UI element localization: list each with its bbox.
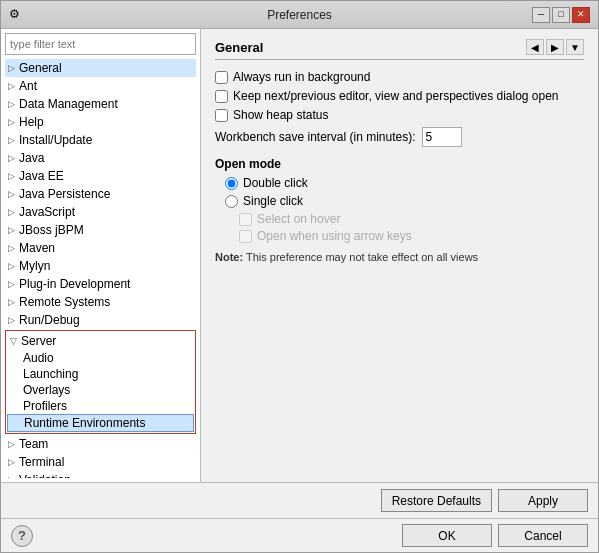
arrow-down-icon: ▽: [7, 336, 19, 346]
tree-item-terminal[interactable]: ▷ Terminal: [5, 453, 196, 471]
tree-item-help[interactable]: ▷ Help: [5, 113, 196, 131]
close-button[interactable]: ✕: [572, 7, 590, 23]
tree-item-audio[interactable]: Audio: [7, 350, 194, 366]
always-run-label: Always run in background: [233, 70, 370, 84]
arrow-icon: ▷: [5, 171, 17, 181]
arrow-icon: ▷: [5, 63, 17, 73]
sub-options: Select on hover Open when using arrow ke…: [215, 212, 584, 243]
filter-input[interactable]: [5, 33, 196, 55]
arrow-icon: ▷: [5, 117, 17, 127]
tree-item-team[interactable]: ▷ Team: [5, 435, 196, 453]
tree-item-label: Install/Update: [17, 132, 196, 148]
tree-item-overlays[interactable]: Overlays: [7, 382, 194, 398]
window-icon: ⚙: [9, 7, 25, 23]
bottom-action-bar: Restore Defaults Apply: [1, 482, 598, 518]
tree-item-install-update[interactable]: ▷ Install/Update: [5, 131, 196, 149]
tree-item-data-management[interactable]: ▷ Data Management: [5, 95, 196, 113]
tree-item-mylyn[interactable]: ▷ Mylyn: [5, 257, 196, 275]
tree-item-label: Java Persistence: [17, 186, 196, 202]
tree-item-jboss-jbpm[interactable]: ▷ JBoss jBPM: [5, 221, 196, 239]
tree-item-label: Maven: [17, 240, 196, 256]
arrow-icon: ▷: [5, 475, 17, 478]
arrow-icon: ▷: [5, 315, 17, 325]
tree-item-run-debug[interactable]: ▷ Run/Debug: [5, 311, 196, 329]
tree-view: ▷ General ▷ Ant ▷ Data Management ▷ Help…: [5, 59, 196, 478]
always-run-checkbox[interactable]: [215, 71, 228, 84]
tree-item-label: Mylyn: [17, 258, 196, 274]
tree-item-label: Run/Debug: [17, 312, 196, 328]
note-content: This preference may not take effect on a…: [246, 251, 478, 263]
nav-dropdown-button[interactable]: ▼: [566, 39, 584, 55]
help-button[interactable]: ?: [11, 525, 33, 547]
tree-item-plugin-development[interactable]: ▷ Plug-in Development: [5, 275, 196, 293]
select-on-hover-checkbox[interactable]: [239, 213, 252, 226]
note-text: Note: This preference may not take effec…: [215, 251, 584, 263]
open-mode-label: Open mode: [215, 157, 584, 171]
minimize-button[interactable]: ─: [532, 7, 550, 23]
nav-forward-button[interactable]: ▶: [546, 39, 564, 55]
tree-item-launching[interactable]: Launching: [7, 366, 194, 382]
tree-item-label: Validation: [17, 472, 196, 478]
arrow-icon: ▷: [5, 243, 17, 253]
arrow-icon: ▷: [5, 225, 17, 235]
tree-item-java-ee[interactable]: ▷ Java EE: [5, 167, 196, 185]
single-click-radio[interactable]: [225, 195, 238, 208]
double-click-radio[interactable]: [225, 177, 238, 190]
tree-item-general[interactable]: ▷ General: [5, 59, 196, 77]
tree-item-profilers[interactable]: Profilers: [7, 398, 194, 414]
tree-item-runtime-environments[interactable]: Runtime Environments: [7, 414, 194, 432]
keep-next-row: Keep next/previous editor, view and pers…: [215, 89, 584, 103]
apply-button[interactable]: Apply: [498, 489, 588, 512]
tree-item-label: Java: [17, 150, 196, 166]
section-title-text: General: [215, 40, 263, 55]
always-run-row: Always run in background: [215, 70, 584, 84]
double-click-row: Double click: [225, 176, 584, 190]
tree-item-java-persistence[interactable]: ▷ Java Persistence: [5, 185, 196, 203]
arrow-icon: ▷: [5, 189, 17, 199]
tree-item-label: Remote Systems: [17, 294, 196, 310]
preferences-window: ⚙ Preferences ─ □ ✕ ▷ General ▷ Ant: [0, 0, 599, 553]
arrow-icon: ▷: [5, 99, 17, 109]
tree-item-label: Java EE: [17, 168, 196, 184]
tree-item-server[interactable]: ▽ Server: [7, 332, 194, 350]
left-panel: ▷ General ▷ Ant ▷ Data Management ▷ Help…: [1, 29, 201, 482]
tree-item-label: Help: [17, 114, 196, 130]
tree-item-validation[interactable]: ▷ Validation: [5, 471, 196, 478]
tree-item-label: Team: [17, 436, 196, 452]
section-nav: ◀ ▶ ▼: [526, 39, 584, 55]
show-heap-label: Show heap status: [233, 108, 328, 122]
tree-item-remote-systems[interactable]: ▷ Remote Systems: [5, 293, 196, 311]
title-bar-controls: ─ □ ✕: [532, 7, 590, 23]
right-panel: General ◀ ▶ ▼ Always run in background K…: [201, 29, 598, 482]
open-arrow-keys-checkbox[interactable]: [239, 230, 252, 243]
keep-next-checkbox[interactable]: [215, 90, 228, 103]
arrow-icon: ▷: [5, 153, 17, 163]
server-group: ▽ Server Audio Launching Overlays Profil…: [5, 330, 196, 434]
radio-group: Double click Single click: [215, 176, 584, 208]
nav-back-button[interactable]: ◀: [526, 39, 544, 55]
cancel-button[interactable]: Cancel: [498, 524, 588, 547]
select-on-hover-label: Select on hover: [257, 212, 340, 226]
tree-item-ant[interactable]: ▷ Ant: [5, 77, 196, 95]
maximize-button[interactable]: □: [552, 7, 570, 23]
tree-item-maven[interactable]: ▷ Maven: [5, 239, 196, 257]
dialog-footer: ? OK Cancel: [1, 518, 598, 552]
restore-defaults-button[interactable]: Restore Defaults: [381, 489, 492, 512]
tree-item-label: Data Management: [17, 96, 196, 112]
tree-item-java[interactable]: ▷ Java: [5, 149, 196, 167]
show-heap-row: Show heap status: [215, 108, 584, 122]
tree-item-javascript[interactable]: ▷ JavaScript: [5, 203, 196, 221]
content-area: ▷ General ▷ Ant ▷ Data Management ▷ Help…: [1, 29, 598, 482]
tree-item-label: Server: [19, 333, 194, 349]
arrow-icon: ▷: [5, 207, 17, 217]
open-arrow-keys-row: Open when using arrow keys: [239, 229, 584, 243]
ok-button[interactable]: OK: [402, 524, 492, 547]
footer-help: ?: [11, 525, 33, 547]
single-click-row: Single click: [225, 194, 584, 208]
open-arrow-keys-label: Open when using arrow keys: [257, 229, 412, 243]
server-children: Audio Launching Overlays Profilers Runti…: [7, 350, 194, 432]
note-bold: Note:: [215, 251, 243, 263]
workbench-save-label: Workbench save interval (in minutes):: [215, 130, 416, 144]
workbench-save-input[interactable]: [422, 127, 462, 147]
show-heap-checkbox[interactable]: [215, 109, 228, 122]
